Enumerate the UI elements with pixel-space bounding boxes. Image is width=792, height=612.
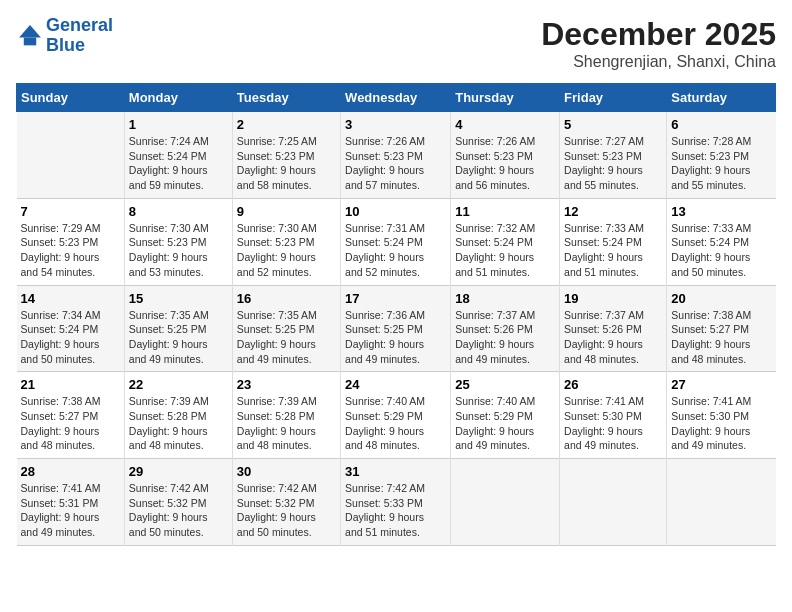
day-number: 7	[21, 204, 120, 219]
day-cell: 31Sunrise: 7:42 AMSunset: 5:33 PMDayligh…	[341, 459, 451, 546]
day-info: Sunrise: 7:36 AMSunset: 5:25 PMDaylight:…	[345, 308, 446, 367]
week-row-5: 28Sunrise: 7:41 AMSunset: 5:31 PMDayligh…	[17, 459, 776, 546]
day-cell: 1Sunrise: 7:24 AMSunset: 5:24 PMDaylight…	[124, 112, 232, 199]
month-title: December 2025	[541, 16, 776, 53]
day-number: 8	[129, 204, 228, 219]
day-cell: 13Sunrise: 7:33 AMSunset: 5:24 PMDayligh…	[667, 198, 776, 285]
day-cell: 8Sunrise: 7:30 AMSunset: 5:23 PMDaylight…	[124, 198, 232, 285]
day-cell: 17Sunrise: 7:36 AMSunset: 5:25 PMDayligh…	[341, 285, 451, 372]
day-info: Sunrise: 7:41 AMSunset: 5:31 PMDaylight:…	[21, 481, 120, 540]
day-number: 16	[237, 291, 336, 306]
title-block: December 2025 Shengrenjian, Shanxi, Chin…	[541, 16, 776, 71]
day-number: 23	[237, 377, 336, 392]
header-row: SundayMondayTuesdayWednesdayThursdayFrid…	[17, 84, 776, 112]
logo-icon	[16, 22, 44, 50]
day-info: Sunrise: 7:30 AMSunset: 5:23 PMDaylight:…	[237, 221, 336, 280]
day-cell: 15Sunrise: 7:35 AMSunset: 5:25 PMDayligh…	[124, 285, 232, 372]
day-number: 30	[237, 464, 336, 479]
day-cell: 27Sunrise: 7:41 AMSunset: 5:30 PMDayligh…	[667, 372, 776, 459]
day-info: Sunrise: 7:42 AMSunset: 5:32 PMDaylight:…	[129, 481, 228, 540]
day-number: 9	[237, 204, 336, 219]
day-cell: 30Sunrise: 7:42 AMSunset: 5:32 PMDayligh…	[232, 459, 340, 546]
day-number: 18	[455, 291, 555, 306]
day-number: 12	[564, 204, 662, 219]
day-cell	[17, 112, 125, 199]
day-info: Sunrise: 7:29 AMSunset: 5:23 PMDaylight:…	[21, 221, 120, 280]
day-cell: 26Sunrise: 7:41 AMSunset: 5:30 PMDayligh…	[560, 372, 667, 459]
day-number: 4	[455, 117, 555, 132]
day-number: 24	[345, 377, 446, 392]
column-header-tuesday: Tuesday	[232, 84, 340, 112]
logo: General Blue	[16, 16, 113, 56]
day-info: Sunrise: 7:35 AMSunset: 5:25 PMDaylight:…	[237, 308, 336, 367]
day-cell: 18Sunrise: 7:37 AMSunset: 5:26 PMDayligh…	[451, 285, 560, 372]
day-cell: 16Sunrise: 7:35 AMSunset: 5:25 PMDayligh…	[232, 285, 340, 372]
day-number: 1	[129, 117, 228, 132]
day-info: Sunrise: 7:39 AMSunset: 5:28 PMDaylight:…	[129, 394, 228, 453]
day-cell: 25Sunrise: 7:40 AMSunset: 5:29 PMDayligh…	[451, 372, 560, 459]
day-number: 26	[564, 377, 662, 392]
day-cell: 29Sunrise: 7:42 AMSunset: 5:32 PMDayligh…	[124, 459, 232, 546]
day-cell: 3Sunrise: 7:26 AMSunset: 5:23 PMDaylight…	[341, 112, 451, 199]
day-number: 6	[671, 117, 771, 132]
day-cell: 2Sunrise: 7:25 AMSunset: 5:23 PMDaylight…	[232, 112, 340, 199]
week-row-1: 1Sunrise: 7:24 AMSunset: 5:24 PMDaylight…	[17, 112, 776, 199]
location-title: Shengrenjian, Shanxi, China	[541, 53, 776, 71]
day-number: 5	[564, 117, 662, 132]
day-info: Sunrise: 7:26 AMSunset: 5:23 PMDaylight:…	[345, 134, 446, 193]
day-number: 11	[455, 204, 555, 219]
day-info: Sunrise: 7:42 AMSunset: 5:33 PMDaylight:…	[345, 481, 446, 540]
day-number: 2	[237, 117, 336, 132]
day-number: 22	[129, 377, 228, 392]
day-cell: 4Sunrise: 7:26 AMSunset: 5:23 PMDaylight…	[451, 112, 560, 199]
day-cell: 21Sunrise: 7:38 AMSunset: 5:27 PMDayligh…	[17, 372, 125, 459]
day-info: Sunrise: 7:30 AMSunset: 5:23 PMDaylight:…	[129, 221, 228, 280]
day-number: 27	[671, 377, 771, 392]
day-number: 20	[671, 291, 771, 306]
day-cell: 9Sunrise: 7:30 AMSunset: 5:23 PMDaylight…	[232, 198, 340, 285]
day-cell: 22Sunrise: 7:39 AMSunset: 5:28 PMDayligh…	[124, 372, 232, 459]
column-header-monday: Monday	[124, 84, 232, 112]
day-number: 15	[129, 291, 228, 306]
week-row-3: 14Sunrise: 7:34 AMSunset: 5:24 PMDayligh…	[17, 285, 776, 372]
day-number: 17	[345, 291, 446, 306]
day-info: Sunrise: 7:25 AMSunset: 5:23 PMDaylight:…	[237, 134, 336, 193]
logo-blue: Blue	[46, 35, 85, 55]
day-number: 29	[129, 464, 228, 479]
day-cell	[667, 459, 776, 546]
day-number: 25	[455, 377, 555, 392]
column-header-wednesday: Wednesday	[341, 84, 451, 112]
day-number: 28	[21, 464, 120, 479]
week-row-4: 21Sunrise: 7:38 AMSunset: 5:27 PMDayligh…	[17, 372, 776, 459]
day-cell: 10Sunrise: 7:31 AMSunset: 5:24 PMDayligh…	[341, 198, 451, 285]
svg-marker-0	[19, 25, 41, 37]
day-cell: 7Sunrise: 7:29 AMSunset: 5:23 PMDaylight…	[17, 198, 125, 285]
day-info: Sunrise: 7:38 AMSunset: 5:27 PMDaylight:…	[671, 308, 771, 367]
svg-rect-1	[24, 37, 36, 45]
day-info: Sunrise: 7:31 AMSunset: 5:24 PMDaylight:…	[345, 221, 446, 280]
day-info: Sunrise: 7:39 AMSunset: 5:28 PMDaylight:…	[237, 394, 336, 453]
day-cell: 28Sunrise: 7:41 AMSunset: 5:31 PMDayligh…	[17, 459, 125, 546]
day-cell: 6Sunrise: 7:28 AMSunset: 5:23 PMDaylight…	[667, 112, 776, 199]
column-header-saturday: Saturday	[667, 84, 776, 112]
day-number: 3	[345, 117, 446, 132]
day-cell: 23Sunrise: 7:39 AMSunset: 5:28 PMDayligh…	[232, 372, 340, 459]
page-header: General Blue December 2025 Shengrenjian,…	[16, 16, 776, 71]
day-cell: 14Sunrise: 7:34 AMSunset: 5:24 PMDayligh…	[17, 285, 125, 372]
day-cell: 5Sunrise: 7:27 AMSunset: 5:23 PMDaylight…	[560, 112, 667, 199]
calendar-table: SundayMondayTuesdayWednesdayThursdayFrid…	[16, 83, 776, 546]
day-cell	[560, 459, 667, 546]
day-cell: 24Sunrise: 7:40 AMSunset: 5:29 PMDayligh…	[341, 372, 451, 459]
day-info: Sunrise: 7:41 AMSunset: 5:30 PMDaylight:…	[564, 394, 662, 453]
day-info: Sunrise: 7:26 AMSunset: 5:23 PMDaylight:…	[455, 134, 555, 193]
day-info: Sunrise: 7:37 AMSunset: 5:26 PMDaylight:…	[564, 308, 662, 367]
day-number: 13	[671, 204, 771, 219]
day-number: 10	[345, 204, 446, 219]
day-info: Sunrise: 7:28 AMSunset: 5:23 PMDaylight:…	[671, 134, 771, 193]
day-number: 21	[21, 377, 120, 392]
day-info: Sunrise: 7:34 AMSunset: 5:24 PMDaylight:…	[21, 308, 120, 367]
day-info: Sunrise: 7:38 AMSunset: 5:27 PMDaylight:…	[21, 394, 120, 453]
day-info: Sunrise: 7:24 AMSunset: 5:24 PMDaylight:…	[129, 134, 228, 193]
day-info: Sunrise: 7:32 AMSunset: 5:24 PMDaylight:…	[455, 221, 555, 280]
column-header-thursday: Thursday	[451, 84, 560, 112]
